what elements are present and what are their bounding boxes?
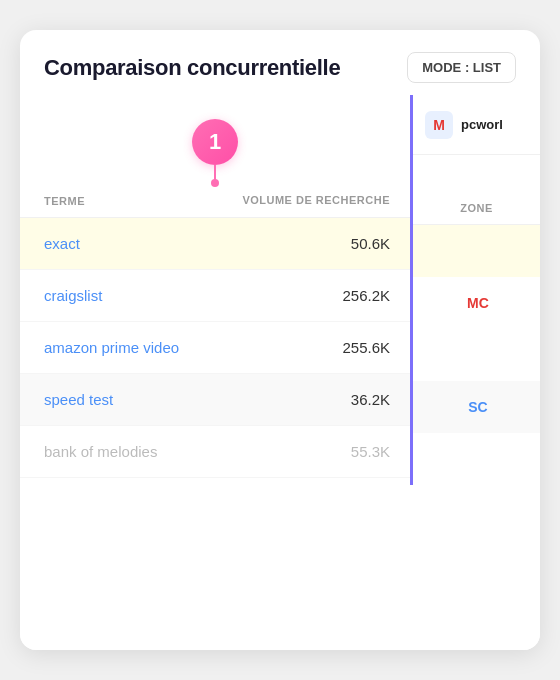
- row-volume: 256.2K: [230, 287, 410, 304]
- badge-dot: [211, 179, 219, 187]
- zone-cell: MC: [413, 277, 540, 329]
- volume-column-header: VOLUME DE RECHERCHE: [230, 193, 410, 207]
- table-row: amazon prime video 255.6K: [20, 322, 410, 374]
- table-row: bank of melodies 55.3K: [20, 426, 410, 478]
- badge-area: 1: [20, 95, 410, 165]
- zone-cell: SC: [413, 381, 540, 433]
- table-row: craigslist 256.2K: [20, 270, 410, 322]
- row-volume: 36.2K: [230, 391, 410, 408]
- pcworld-label: pcworl: [461, 117, 503, 132]
- row-term[interactable]: amazon prime video: [20, 339, 230, 356]
- term-column-header: TERME: [20, 195, 230, 207]
- mode-button[interactable]: MODE : LIST: [407, 52, 516, 83]
- row-volume: 255.6K: [230, 339, 410, 356]
- table-row: exact 50.6K: [20, 218, 410, 270]
- zone-cell: [413, 329, 540, 381]
- zone-cell: [413, 225, 540, 277]
- row-volume: 55.3K: [230, 443, 410, 460]
- right-panel-header: M pcworl: [413, 95, 540, 155]
- row-term[interactable]: bank of melodies: [20, 443, 230, 460]
- zone-column-header: ZONE: [460, 202, 493, 214]
- pcworld-icon: M: [425, 111, 453, 139]
- rank-badge: 1: [192, 119, 238, 165]
- page-title: Comparaison concurrentielle: [44, 55, 340, 81]
- columns-area: 1 TERME VOLUME DE RECHERCHE exact 50.6K: [20, 95, 540, 485]
- zone-cell: [413, 433, 540, 485]
- row-term[interactable]: exact: [20, 235, 230, 252]
- fade-overlay: [20, 570, 540, 650]
- header: Comparaison concurrentielle MODE : LIST: [20, 30, 540, 95]
- main-column: 1 TERME VOLUME DE RECHERCHE exact 50.6K: [20, 95, 410, 485]
- row-term[interactable]: speed test: [20, 391, 230, 408]
- table-row: speed test 36.2K: [20, 374, 410, 426]
- right-panel: M pcworl ZONE MC SC: [410, 95, 540, 485]
- main-card: Comparaison concurrentielle MODE : LIST …: [20, 30, 540, 650]
- row-volume: 50.6K: [230, 235, 410, 252]
- row-term[interactable]: craigslist: [20, 287, 230, 304]
